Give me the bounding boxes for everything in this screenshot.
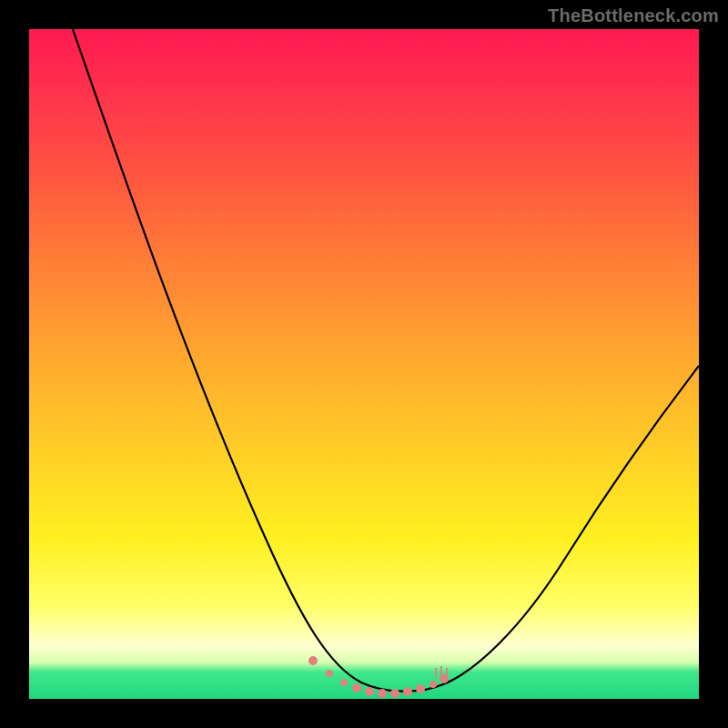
svg-rect-13 bbox=[446, 668, 448, 677]
svg-point-5 bbox=[378, 689, 387, 698]
flat-region-markers bbox=[308, 656, 449, 698]
svg-point-0 bbox=[308, 656, 318, 665]
curve-path bbox=[60, 29, 699, 692]
svg-point-3 bbox=[352, 683, 361, 693]
svg-point-9 bbox=[430, 681, 437, 688]
svg-point-4 bbox=[365, 687, 374, 696]
svg-point-6 bbox=[390, 689, 399, 698]
bottleneck-curve bbox=[29, 29, 699, 699]
svg-point-1 bbox=[326, 670, 333, 677]
svg-point-8 bbox=[416, 684, 425, 693]
svg-rect-11 bbox=[435, 668, 437, 677]
watermark-text: TheBottleneck.com bbox=[548, 5, 719, 26]
svg-point-2 bbox=[340, 679, 348, 686]
svg-rect-12 bbox=[440, 666, 442, 677]
plot-area bbox=[29, 29, 699, 699]
svg-point-7 bbox=[403, 687, 412, 696]
chart-frame: TheBottleneck.com bbox=[0, 0, 728, 728]
